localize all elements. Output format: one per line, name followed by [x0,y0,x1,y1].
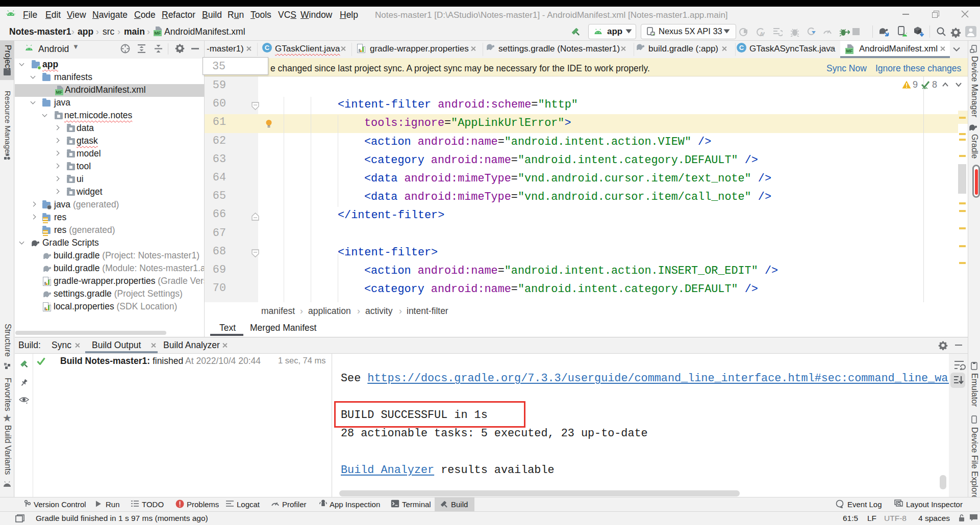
svg-text:A: A [760,31,764,37]
